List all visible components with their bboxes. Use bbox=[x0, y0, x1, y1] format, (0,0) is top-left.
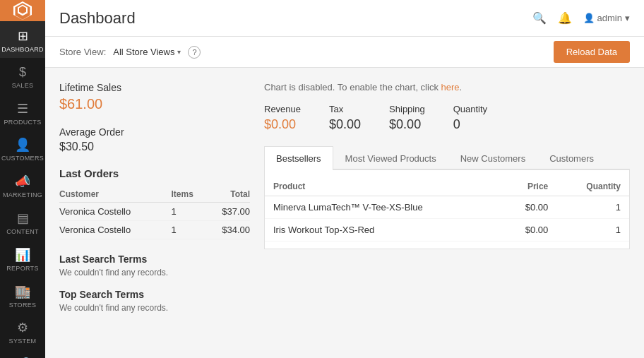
table-row: Veronica Costello 1 $37.00 bbox=[59, 203, 250, 221]
content-area: Lifetime Sales $61.00 Average Order $30.… bbox=[45, 68, 644, 358]
page-title: Dashboard bbox=[59, 9, 532, 28]
lifetime-sales-value: $61.00 bbox=[59, 96, 250, 112]
store-view-selector[interactable]: All Store Views ▾ bbox=[113, 47, 181, 57]
tabs: BestsellersMost Viewed ProductsNew Custo… bbox=[264, 146, 630, 170]
content-icon: ▤ bbox=[17, 210, 29, 226]
lifetime-sales-label: Lifetime Sales bbox=[59, 82, 250, 93]
tab-customers[interactable]: Customers bbox=[537, 146, 606, 170]
sidebar: ⊞ DASHBOARD $ SALES ☰ PRODUCTS 👤 CUSTOME… bbox=[0, 0, 45, 358]
sidebar-item-system[interactable]: ⚙ SYSTEM bbox=[0, 313, 45, 350]
lifetime-sales-block: Lifetime Sales $61.00 bbox=[59, 82, 250, 112]
main-area: Dashboard 🔍 🔔 👤 admin ▾ Store View: All … bbox=[45, 0, 644, 358]
last-search-title: Last Search Terms bbox=[59, 253, 250, 265]
stat-label: Revenue bbox=[264, 104, 301, 114]
notification-icon[interactable]: 🔔 bbox=[558, 11, 572, 25]
sidebar-item-partners[interactable]: 🔗 FIND PARTNERS & EXTENSIONS bbox=[0, 350, 45, 358]
stat-label: Shipping bbox=[389, 104, 425, 114]
sidebar-item-label: CONTENT bbox=[6, 228, 39, 236]
order-total: $37.00 bbox=[206, 203, 250, 221]
topbar-actions: 🔍 🔔 👤 admin ▾ bbox=[532, 11, 630, 25]
customers-icon: 👤 bbox=[15, 137, 30, 153]
top-search-section: Top Search Terms We couldn't find any re… bbox=[59, 289, 250, 313]
magento-logo-icon bbox=[12, 0, 33, 21]
product-col-name: Product bbox=[265, 177, 500, 196]
products-icon: ☰ bbox=[17, 101, 28, 117]
sidebar-item-label: DASHBOARD bbox=[1, 46, 44, 54]
avg-order-label: Average Order bbox=[59, 126, 250, 138]
last-search-section: Last Search Terms We couldn't find any r… bbox=[59, 253, 250, 278]
sidebar-item-stores[interactable]: 🏬 STORES bbox=[0, 277, 45, 314]
sidebar-item-dashboard[interactable]: ⊞ DASHBOARD bbox=[0, 21, 45, 58]
table-row: Iris Workout Top-XS-Red $0.00 1 bbox=[265, 219, 629, 241]
product-qty: 1 bbox=[556, 219, 629, 241]
orders-col-total: Total bbox=[206, 186, 250, 203]
search-icon[interactable]: 🔍 bbox=[532, 11, 547, 25]
stat-value: $0.00 bbox=[389, 117, 425, 132]
reports-icon: 📊 bbox=[15, 247, 30, 263]
store-view-label: Store View: bbox=[59, 47, 106, 57]
sidebar-item-label: REPORTS bbox=[6, 265, 38, 273]
products-table: Product Price Quantity Minerva LumaTech™… bbox=[265, 177, 629, 241]
stat-label: Tax bbox=[329, 104, 361, 114]
sidebar-logo[interactable] bbox=[0, 0, 45, 21]
chevron-down-icon: ▾ bbox=[625, 13, 630, 23]
sidebar-item-content[interactable]: ▤ CONTENT bbox=[0, 203, 45, 240]
orders-col-items: Items bbox=[172, 186, 206, 203]
store-view-value: All Store Views bbox=[113, 47, 174, 57]
sidebar-item-label: PRODUCTS bbox=[4, 119, 42, 126]
topbar: Dashboard 🔍 🔔 👤 admin ▾ bbox=[45, 0, 644, 37]
stores-icon: 🏬 bbox=[15, 284, 30, 299]
sidebar-item-reports[interactable]: 📊 REPORTS bbox=[0, 240, 45, 277]
chevron-down-icon: ▾ bbox=[177, 48, 181, 56]
sidebar-item-sales[interactable]: $ SALES bbox=[0, 58, 45, 94]
order-items: 1 bbox=[172, 203, 206, 221]
stat-value: 0 bbox=[453, 117, 487, 132]
order-customer: Veronica Costello bbox=[59, 203, 172, 221]
product-name: Iris Workout Top-XS-Red bbox=[265, 219, 500, 241]
sales-icon: $ bbox=[19, 65, 26, 80]
chart-notice-suffix: . bbox=[460, 82, 463, 93]
order-customer: Veronica Costello bbox=[59, 221, 172, 239]
chart-enable-link[interactable]: here bbox=[441, 82, 460, 93]
avg-order-value: $30.50 bbox=[59, 141, 250, 153]
last-orders-section: Last Orders Customer Items Total Veronic… bbox=[59, 167, 250, 239]
tab-content: Product Price Quantity Minerva LumaTech™… bbox=[264, 170, 630, 249]
orders-table: Customer Items Total Veronica Costello 1… bbox=[59, 186, 250, 239]
orders-col-customer: Customer bbox=[59, 186, 172, 203]
tab-new-customers[interactable]: New Customers bbox=[448, 146, 537, 170]
sidebar-item-marketing[interactable]: 📣 MARKETING bbox=[0, 167, 45, 203]
stat-label: Quantity bbox=[453, 104, 487, 114]
top-search-title: Top Search Terms bbox=[59, 289, 250, 300]
stat-item: Revenue $0.00 bbox=[264, 104, 301, 132]
order-items: 1 bbox=[172, 221, 206, 239]
dashboard-icon: ⊞ bbox=[18, 28, 28, 44]
avg-order-block: Average Order $30.50 bbox=[59, 126, 250, 153]
last-search-empty: We couldn't find any records. bbox=[59, 268, 250, 278]
sidebar-item-label: SYSTEM bbox=[9, 338, 37, 345]
storebar: Store View: All Store Views ▾ ? Reload D… bbox=[45, 37, 644, 68]
sidebar-item-label: MARKETING bbox=[3, 191, 42, 199]
stat-item: Shipping $0.00 bbox=[389, 104, 425, 132]
sidebar-item-label: SALES bbox=[12, 82, 34, 90]
help-icon[interactable]: ? bbox=[188, 46, 201, 59]
sidebar-item-customers[interactable]: 👤 CUSTOMERS bbox=[0, 130, 45, 167]
product-price: $0.00 bbox=[500, 219, 556, 241]
sidebar-item-label: CUSTOMERS bbox=[1, 155, 44, 162]
user-icon: 👤 bbox=[583, 13, 595, 23]
chart-notice-text: Chart is disabled. To enable the chart, … bbox=[264, 82, 441, 93]
right-column: Chart is disabled. To enable the chart, … bbox=[264, 82, 630, 344]
tab-most-viewed[interactable]: Most Viewed Products bbox=[333, 146, 448, 170]
product-qty: 1 bbox=[556, 196, 629, 219]
stat-value: $0.00 bbox=[329, 117, 361, 132]
table-row: Veronica Costello 1 $34.00 bbox=[59, 221, 250, 239]
sidebar-item-products[interactable]: ☰ PRODUCTS bbox=[0, 94, 45, 131]
left-column: Lifetime Sales $61.00 Average Order $30.… bbox=[59, 82, 250, 344]
chart-notice: Chart is disabled. To enable the chart, … bbox=[264, 82, 630, 93]
stats-row: Revenue $0.00 Tax $0.00 Shipping $0.00 Q… bbox=[264, 104, 630, 132]
tab-bestsellers[interactable]: Bestsellers bbox=[264, 146, 333, 170]
reload-data-button[interactable]: Reload Data bbox=[554, 41, 630, 63]
user-menu[interactable]: 👤 admin ▾ bbox=[583, 13, 630, 23]
marketing-icon: 📣 bbox=[15, 174, 30, 189]
sidebar-item-label: STORES bbox=[9, 302, 37, 309]
product-col-qty: Quantity bbox=[556, 177, 629, 196]
